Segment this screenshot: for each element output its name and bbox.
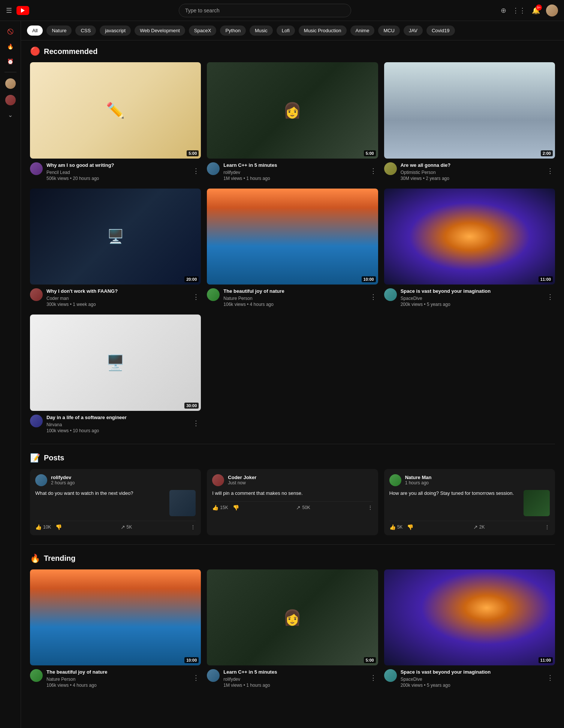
post-avatar-0[interactable] [35,474,47,486]
post-dislike-1[interactable]: 👎 [233,505,239,511]
post-avatar-1[interactable] [212,474,224,486]
post-dislike-0[interactable]: 👎 [55,524,62,530]
trending-icon: 🔥 [30,554,40,563]
sidebar-item-clock[interactable]: ⏰ [1,55,19,67]
channel-avatar-1[interactable] [207,162,220,175]
duration-badge-trend-2: 11:00 [539,657,553,663]
video-thumbnail-3: 20:00 [30,189,201,285]
post-share-0[interactable]: ↗ 5K [121,524,132,530]
post-avatar-2[interactable] [389,474,401,486]
post-channel-0: rolifydev [51,475,75,480]
video-title-4: The beautiful joy of nature [223,288,364,295]
post-time-1: Just now [228,480,256,485]
video-more-btn-2[interactable]: ⋮ [545,165,555,177]
video-card-2[interactable]: 2:00 Are we all gonna die? Optimistic Pe… [384,62,555,183]
video-card-4[interactable]: 10:00 The beautiful joy of nature Nature… [207,189,378,309]
sidebar-avatar-1[interactable] [5,78,16,89]
post-channel-1: Coder Joker [228,475,256,480]
filter-chip-python[interactable]: Python [220,25,245,36]
video-more-btn-trend-1[interactable]: ⋮ [368,672,378,683]
video-card-trend-1[interactable]: 5:00 Learn C++ in 5 minutes rolifydev 1M… [207,569,378,690]
post-more-btn-1[interactable]: ⋮ [368,505,373,511]
filter-chip-anime[interactable]: Anime [350,25,375,36]
filter-chip-spacex[interactable]: SpaceX [189,25,217,36]
channel-avatar-6[interactable] [30,415,43,427]
channel-avatar-5[interactable] [384,288,397,301]
post-dislike-2[interactable]: 👎 [407,524,413,530]
post-like-0[interactable]: 👍 10K [35,524,51,530]
video-card-0[interactable]: 5:00 Why am I so good at writing? Pencil… [30,62,201,183]
like-count-1: 15K [220,505,228,510]
video-title-3: Why I don't work with FAANG? [46,288,187,295]
channel-avatar-3[interactable] [30,288,43,301]
channel-avatar-trend-1[interactable] [207,669,220,682]
like-count-0: 10K [43,524,51,530]
sidebar-avatar-2[interactable] [5,95,16,105]
post-author-info-0: rolifydev 2 hours ago [51,475,75,485]
share-count-0: 5K [127,524,132,530]
filter-chip-music-production[interactable]: Music Production [299,25,347,36]
video-more-btn-4[interactable]: ⋮ [368,291,378,303]
video-more-btn-6[interactable]: ⋮ [191,418,201,429]
video-stats-trend-1: 1M views • 1 hours ago [223,683,364,688]
channel-avatar-trend-0[interactable] [30,669,43,682]
duration-badge-6: 30:00 [184,403,199,409]
video-card-6[interactable]: 30:00 Day in a life of a software engine… [30,315,201,435]
logo[interactable] [16,6,29,15]
channel-avatar-4[interactable] [207,288,220,301]
post-more-btn-0[interactable]: ⋮ [190,524,196,530]
video-card-trend-2[interactable]: 11:00 Space is vast beyond your imaginat… [384,569,555,690]
video-channel-3: Coder man [46,296,187,301]
sidebar-expand-icon[interactable]: ⌄ [6,110,14,120]
video-more-btn-1[interactable]: ⋮ [368,165,378,177]
post-author-info-2: Nature Man 1 hours ago [405,475,432,485]
user-avatar[interactable] [546,4,558,16]
recommended-video-grid: 5:00 Why am I so good at writing? Pencil… [30,62,555,435]
filter-chip-nature[interactable]: Nature [46,25,72,36]
add-icon[interactable]: ⊕ [501,6,506,15]
post-share-2[interactable]: ↗ 2K [473,524,485,530]
video-card-5[interactable]: 11:00 Space is vast beyond your imaginat… [384,189,555,309]
filter-chip-web-development[interactable]: Web Development [135,25,185,36]
channel-avatar-2[interactable] [384,162,397,175]
recommended-section-header: 🔴 Recommended [30,46,555,56]
search-bar[interactable]: Type to search [179,4,351,17]
post-more-btn-2[interactable]: ⋮ [545,524,550,530]
video-thumbnail-trend-0: 10:00 [30,569,201,666]
video-more-btn-5[interactable]: ⋮ [545,291,555,303]
video-info-6: Day in a life of a software engineer Nir… [30,411,201,435]
post-share-1[interactable]: ↗ 50K [296,505,310,511]
video-stats-3: 300k views • 1 week ago [46,302,187,307]
video-more-btn-0[interactable]: ⋮ [191,165,201,177]
filter-chip-mcu[interactable]: MCU [378,25,400,36]
video-card-3[interactable]: 20:00 Why I don't work with FAANG? Coder… [30,189,201,309]
video-card-1[interactable]: 5:00 Learn C++ in 5 minutes rolifydev 1M… [207,62,378,183]
video-more-btn-trend-2[interactable]: ⋮ [545,672,555,683]
grid-icon[interactable]: ⋮⋮ [512,6,526,15]
post-like-2[interactable]: 👍 5K [389,524,403,530]
filter-chip-covid19[interactable]: Covid19 [426,25,455,36]
sidebar-item-flame[interactable]: 🔥 [1,40,19,52]
video-channel-1: rolifydev [223,170,364,175]
filter-chip-javascript[interactable]: javascript [100,25,131,36]
post-time-0: 2 hours ago [51,480,75,485]
filter-chip-css[interactable]: CSS [75,25,96,36]
filter-chip-jav[interactable]: JAV [404,25,423,36]
sidebar-item-block[interactable]: 🚫 [1,25,19,37]
video-stats-trend-2: 200k views • 5 years ago [401,683,542,688]
video-thumbnail-2: 2:00 [384,62,555,159]
video-more-btn-trend-0[interactable]: ⋮ [191,672,201,683]
video-meta-0: Why am I so good at writing? Pencil Lead… [46,162,187,181]
hamburger-menu-icon[interactable]: ☰ [6,6,12,15]
video-card-trend-0[interactable]: 10:00 The beautiful joy of nature Nature… [30,569,201,690]
channel-avatar-0[interactable] [30,162,43,175]
notifications-wrapper[interactable]: 🔔 9+ [532,6,540,15]
filter-chip-music[interactable]: Music [250,25,273,36]
post-body-2: How are you all doing? Stay tuned for to… [389,490,550,516]
filter-chip-all[interactable]: All [27,25,43,36]
video-more-btn-3[interactable]: ⋮ [191,291,201,303]
channel-avatar-trend-2[interactable] [384,669,397,682]
filter-chip-lofi[interactable]: Lofi [277,25,295,36]
post-like-1[interactable]: 👍 15K [212,505,228,511]
video-title-trend-2: Space is vast beyond your imagination [401,669,542,676]
